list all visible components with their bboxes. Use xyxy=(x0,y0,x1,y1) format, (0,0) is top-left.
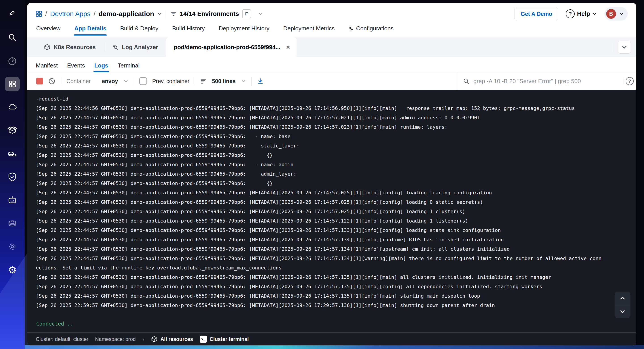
close-icon[interactable]: × xyxy=(286,44,290,50)
lines-select[interactable]: 500 lines xyxy=(212,78,236,84)
log-line: [Sep 26 2025 22:44:57 GMT+0530] demo-app… xyxy=(36,235,628,244)
search-box[interactable] xyxy=(457,77,623,85)
ai-assistant-icon[interactable] xyxy=(0,235,24,258)
dashboard-gauge-icon[interactable] xyxy=(0,49,24,72)
cube-icon xyxy=(151,336,158,343)
cost-coins-icon[interactable] xyxy=(0,142,24,165)
log-line: [Sep 26 2025 22:44:57 GMT+0530] demo-app… xyxy=(36,254,628,263)
search-help-button[interactable]: ? xyxy=(623,77,636,85)
subtab-divider xyxy=(613,43,613,52)
container-label: Container xyxy=(66,78,90,84)
cluster-terminal-link[interactable]: >_ Cluster terminal xyxy=(200,336,249,343)
environment-count-label: 14/14 Environments xyxy=(180,10,239,17)
all-resources-link[interactable]: All resources xyxy=(151,336,193,343)
breadcrumb-app-name[interactable]: demo-application xyxy=(98,10,154,18)
tab-pod-logs[interactable]: pod/demo-application-prod-6559f994... × xyxy=(166,37,296,57)
prev-container-checkbox[interactable] xyxy=(139,77,147,85)
environment-selector[interactable]: 14/14 Environments F xyxy=(170,9,263,18)
chevron-down-icon[interactable] xyxy=(124,79,128,83)
applications-grid-item[interactable] xyxy=(0,72,24,96)
chevron-down-icon xyxy=(258,11,263,16)
stop-logs-button[interactable] xyxy=(36,78,43,84)
collapse-panel-button[interactable] xyxy=(618,41,631,54)
resource-tab-bar: K8s Resources Log Analyzer pod/demo-appl… xyxy=(27,37,636,57)
get-a-demo-button[interactable]: Get A Demo xyxy=(514,7,558,20)
log-line: [Sep 26 2025 22:44:57 GMT+0530] demo-app… xyxy=(36,169,628,179)
active-item-highlight xyxy=(5,77,20,91)
tab-manifest[interactable]: Manifest xyxy=(36,62,58,72)
log-viewer[interactable]: -request-id[Sep 26 2025 22:44:56 GMT+053… xyxy=(27,90,636,333)
log-line: [Sep 26 2025 22:44:57 GMT+0530] demo-app… xyxy=(36,207,628,216)
log-line: -request-id xyxy=(36,94,628,104)
apps-grid-icon[interactable] xyxy=(36,11,42,17)
sliders-icon xyxy=(348,26,354,31)
cloud-icon[interactable] xyxy=(0,96,24,119)
environment-filter-badge: F xyxy=(242,9,251,18)
breadcrumb-devtron-apps-link[interactable]: Devtron Apps xyxy=(50,10,90,18)
settings-gear-icon[interactable]: ⚙ xyxy=(0,258,24,282)
toolbar-left: Container envoy Prev. container 500 line… xyxy=(27,72,264,90)
namespace-name: Namespace: prod xyxy=(95,336,136,342)
chevron-down-icon xyxy=(620,308,626,315)
terminal-icon: >_ xyxy=(200,336,207,343)
search-icon[interactable] xyxy=(0,26,24,49)
toolbar-divider xyxy=(251,77,252,86)
chevron-right-icon: › xyxy=(142,336,144,343)
log-line: [Sep 26 2025 22:44:56 GMT+0530] demo-app… xyxy=(36,104,628,113)
tab-log-analyzer[interactable]: Log Analyzer xyxy=(104,37,166,57)
log-line: [Sep 26 2025 22:59:57 GMT+0530] demo-app… xyxy=(36,301,628,310)
chevron-up-icon xyxy=(620,295,626,301)
chevron-down-icon xyxy=(619,12,624,16)
package-box-icon[interactable] xyxy=(0,119,24,142)
tab-k8s-resources[interactable]: K8s Resources xyxy=(36,37,104,57)
app-sidebar: ⚙ xyxy=(0,0,24,349)
connection-status: Connected .. xyxy=(36,321,73,327)
user-menu[interactable]: B xyxy=(604,7,628,20)
tab-events[interactable]: Events xyxy=(67,62,85,72)
resource-sync-icon[interactable] xyxy=(0,212,24,235)
app-header: / Devtron Apps / demo-application 14/14 … xyxy=(27,3,636,24)
breadcrumb-separator: / xyxy=(45,10,47,18)
question-icon: ? xyxy=(626,77,634,85)
help-icon: ? xyxy=(566,9,575,18)
tab-logs[interactable]: Logs xyxy=(94,62,108,72)
header-actions: Get A Demo ? Help B xyxy=(514,7,628,20)
tab-app-details[interactable]: App Details xyxy=(74,24,107,35)
scroll-to-top-button[interactable] xyxy=(616,292,630,305)
download-logs-icon[interactable] xyxy=(257,78,264,84)
tab-terminal[interactable]: Terminal xyxy=(118,62,140,72)
clear-logs-icon[interactable] xyxy=(48,77,56,85)
tab-build-deploy[interactable]: Build & Deploy xyxy=(120,24,159,35)
log-line: [Sep 26 2025 22:44:57 GMT+0530] demo-app… xyxy=(36,141,628,151)
devtron-logo-icon[interactable] xyxy=(0,0,24,26)
log-line: [Sep 26 2025 22:44:57 GMT+0530] demo-app… xyxy=(36,132,628,141)
cluster-terminal-label: Cluster terminal xyxy=(210,336,249,342)
tab-overview[interactable]: Overview xyxy=(36,24,61,35)
chatbot-robot-icon[interactable] xyxy=(0,189,24,212)
search-icon xyxy=(463,78,469,84)
subbar-right xyxy=(613,37,636,57)
filter-icon xyxy=(170,11,177,17)
log-scroll-controls xyxy=(615,292,630,318)
tab-deployment-history[interactable]: Deployment History xyxy=(218,24,270,35)
log-line: [Sep 26 2025 22:44:57 GMT+0530] demo-app… xyxy=(36,198,628,207)
scroll-to-bottom-button[interactable] xyxy=(616,305,630,318)
prev-container-label: Prev. container xyxy=(152,78,190,84)
cluster-name: Cluster: default_cluster xyxy=(36,336,88,342)
chevron-down-icon xyxy=(622,44,627,50)
chevron-down-icon[interactable] xyxy=(241,79,246,83)
cube-icon xyxy=(44,44,50,50)
main-window: / Devtron Apps / demo-application 14/14 … xyxy=(27,3,636,346)
applications-grid-icon xyxy=(9,80,16,88)
log-line: [Sep 26 2025 22:44:57 GMT+0530] demo-app… xyxy=(36,244,628,254)
tab-build-history[interactable]: Build History xyxy=(172,24,205,35)
grep-search-input[interactable] xyxy=(473,77,618,85)
tab-configurations[interactable]: Configurations xyxy=(348,24,394,35)
log-line: [Sep 26 2025 22:44:57 GMT+0530] demo-app… xyxy=(36,179,628,188)
tab-deployment-metrics[interactable]: Deployment Metrics xyxy=(283,24,335,35)
help-menu[interactable]: ? Help xyxy=(566,9,597,18)
container-select[interactable]: envoy xyxy=(102,78,118,84)
chevron-down-icon[interactable] xyxy=(157,11,162,16)
help-label: Help xyxy=(577,10,590,17)
security-shield-icon[interactable] xyxy=(0,165,24,189)
